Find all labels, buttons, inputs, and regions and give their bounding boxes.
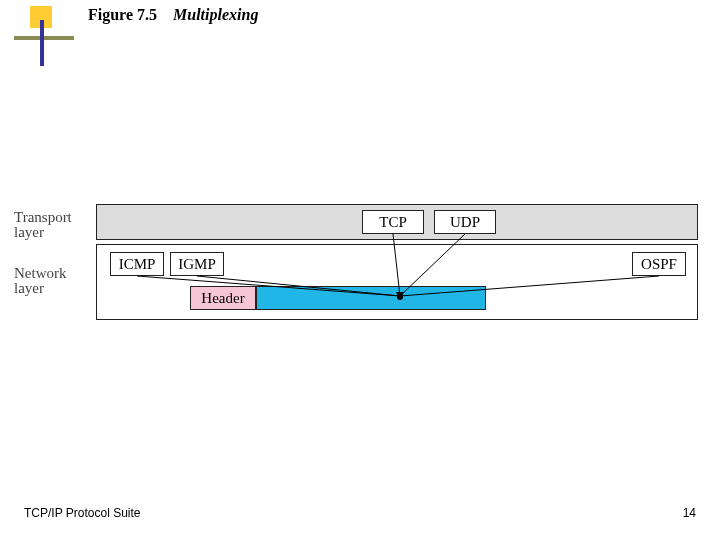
header-box: Header — [190, 286, 256, 310]
mux-dot-icon — [397, 294, 403, 300]
slide: Figure 7.5 Multiplexing Transport layer … — [0, 0, 720, 540]
ospf-box: OSPF — [632, 252, 686, 276]
bullet-vline — [40, 20, 44, 66]
network-layer-label: Network layer — [14, 266, 84, 296]
figure-number: Figure 7.5 — [88, 6, 157, 23]
payload-box — [256, 286, 486, 310]
diagram: Transport layer Network layer TCP UDP IC… — [18, 204, 702, 332]
page-number: 14 — [683, 506, 696, 520]
footer-text: TCP/IP Protocol Suite — [24, 506, 141, 520]
figure-name: Multiplexing — [173, 6, 258, 23]
transport-layer-label: Transport layer — [14, 210, 84, 240]
bullet-decoration — [14, 6, 64, 66]
igmp-box: IGMP — [170, 252, 224, 276]
bullet-hline — [14, 36, 74, 40]
figure-title: Figure 7.5 Multiplexing — [88, 6, 258, 24]
tcp-box: TCP — [362, 210, 424, 234]
udp-box: UDP — [434, 210, 496, 234]
icmp-box: ICMP — [110, 252, 164, 276]
